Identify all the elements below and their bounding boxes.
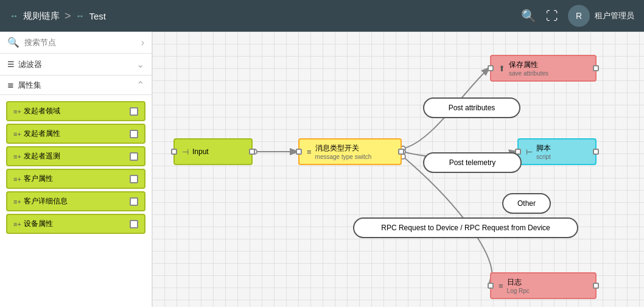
node-handle	[130, 107, 138, 116]
node-save_attr[interactable]: ⬆保存属性save attributes	[490, 55, 597, 82]
right-port	[593, 283, 599, 289]
node-label: 客户属性	[24, 174, 53, 184]
filter-title: ☰ 滤波器	[7, 59, 42, 70]
node-handle	[130, 220, 138, 228]
search-bar: 🔍 ›	[0, 32, 152, 54]
list-item[interactable]: ≡+ 设备属性	[6, 214, 145, 234]
left-port	[171, 149, 177, 155]
right-port	[398, 149, 404, 155]
header-right: 🔍 ⛶ R 租户管理员	[521, 5, 634, 27]
right-port	[593, 149, 599, 155]
page-icon: ↔	[76, 11, 85, 21]
sidebar: 🔍 › ☰ 滤波器 ⌄ ≣ 属性集 ⌃ ≡+ 发起者领域 ≡+	[0, 32, 152, 307]
left-port	[488, 283, 494, 289]
node-list: ≡+ 发起者领域 ≡+ 发起者属性 ≡+ 发起者遥测 ≡+ 客户属性 ≡+ 客户…	[0, 95, 152, 307]
node-sublabel: message type switch	[315, 154, 372, 160]
attr-collapse-icon: ⌃	[136, 79, 144, 91]
oval-other: Other	[502, 193, 551, 214]
list-item[interactable]: ≡+ 发起者属性	[6, 124, 145, 144]
node-handle	[130, 130, 138, 138]
attr-title: ≣ 属性集	[7, 80, 41, 91]
node-label: 保存属性	[509, 60, 538, 70]
oval-rpc_request: RPC Request to Device / RPC Request from…	[353, 217, 578, 238]
node-sublabel: script	[536, 154, 551, 160]
node-type-icon: ⊣	[182, 147, 189, 157]
header-separator: >	[65, 10, 71, 23]
node-label: 日志	[507, 277, 522, 288]
node-script[interactable]: ⊢脚本script	[517, 138, 597, 165]
node-label: 客户详细信息	[24, 196, 68, 206]
right-port	[593, 65, 599, 71]
node-type-icon: ⊢	[526, 147, 533, 157]
node-label: 消息类型开关	[315, 143, 359, 154]
header: ↔ 规则链库 > ↔ Test 🔍 ⛶ R 租户管理员	[0, 0, 644, 32]
list-item[interactable]: ≡+ 客户详细信息	[6, 191, 145, 211]
search-icon: 🔍	[7, 37, 19, 48]
list-item[interactable]: ≡+ 发起者领域	[6, 101, 145, 121]
node-icon: ≡+	[13, 130, 21, 138]
node-label: 发起者属性	[24, 129, 60, 139]
node-label: 脚本	[536, 143, 551, 154]
node-icon: ≡+	[13, 198, 21, 205]
right-port	[249, 149, 255, 155]
avatar: R	[568, 5, 590, 27]
node-switch[interactable]: ≡消息类型开关message type switch	[298, 138, 402, 165]
filter-icon: ☰	[7, 60, 15, 69]
node-icon: ≡+	[13, 175, 21, 183]
node-sublabel: Log Rpc	[507, 288, 530, 294]
node-type-icon: ≡	[307, 147, 312, 157]
node-label: 设备属性	[24, 219, 53, 229]
node-type-icon: ≡	[499, 281, 503, 291]
node-handle	[130, 197, 138, 206]
node-type-icon: ⬆	[499, 64, 505, 73]
list-item[interactable]: ≡+ 发起者遥测	[6, 146, 145, 166]
user-menu[interactable]: R 租户管理员	[568, 5, 634, 27]
node-icon: ≡+	[13, 153, 21, 160]
node-input[interactable]: ⊣Input	[173, 138, 253, 165]
collapse-icon[interactable]: ›	[141, 37, 144, 48]
brand-icon: ↔	[10, 11, 18, 21]
filter-expand-icon: ⌄	[136, 58, 144, 70]
avatar-text: R	[576, 11, 582, 21]
node-label: Input	[192, 147, 209, 156]
node-log_rpc[interactable]: ≡日志Log Rpc	[490, 272, 597, 299]
header-left: ↔ 规则链库 > ↔ Test	[10, 10, 106, 23]
list-item[interactable]: ≡+ 客户属性	[6, 169, 145, 189]
attr-icon: ≣	[7, 80, 14, 90]
fullscreen-icon[interactable]: ⛶	[546, 9, 558, 23]
node-sublabel: save attributes	[509, 70, 548, 77]
attr-section[interactable]: ≣ 属性集 ⌃	[0, 76, 152, 95]
oval-post_attr: Post attributes	[423, 97, 520, 118]
node-label: 发起者遥测	[24, 151, 60, 161]
node-handle	[130, 175, 138, 183]
page-title: Test	[89, 11, 107, 21]
node-handle	[130, 152, 138, 161]
search-icon[interactable]: 🔍	[521, 9, 536, 23]
left-port	[296, 149, 302, 155]
username-label: 租户管理员	[595, 10, 634, 21]
left-port	[488, 65, 494, 71]
node-icon: ≡+	[13, 221, 21, 228]
flow-canvas: ⊣Input≡消息类型开关message type switch⬆保存属性sav…	[152, 32, 644, 307]
filter-section[interactable]: ☰ 滤波器 ⌄	[0, 54, 152, 76]
attr-label: 属性集	[18, 80, 41, 91]
search-input[interactable]	[24, 38, 136, 47]
oval-post_telemetry: Post telemetry	[423, 152, 522, 173]
filter-label: 滤波器	[18, 59, 42, 70]
brand-label: 规则链库	[23, 10, 60, 22]
main-layout: 🔍 › ☰ 滤波器 ⌄ ≣ 属性集 ⌃ ≡+ 发起者领域 ≡+	[0, 32, 644, 307]
node-label: 发起者领域	[24, 106, 60, 116]
node-icon: ≡+	[13, 108, 21, 115]
